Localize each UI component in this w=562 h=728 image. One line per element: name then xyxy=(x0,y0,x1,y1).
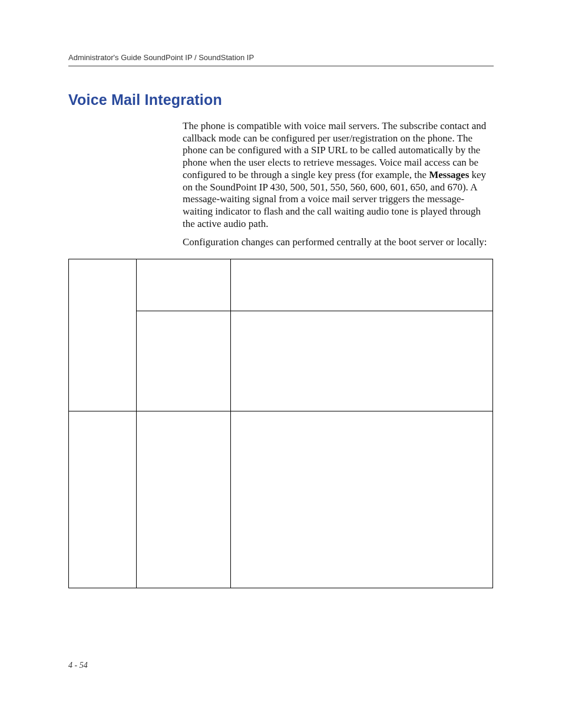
section-title: Voice Mail Integration xyxy=(68,91,494,108)
table-row xyxy=(69,411,493,588)
table-cell xyxy=(231,259,493,311)
table-cell xyxy=(69,411,137,588)
table-cell xyxy=(137,259,231,311)
page: Administrator's Guide SoundPoint IP / So… xyxy=(0,0,562,588)
table-cell xyxy=(231,311,493,411)
running-header: Administrator's Guide SoundPoint IP / So… xyxy=(68,53,494,67)
table-cell xyxy=(137,411,231,588)
page-number: 4 - 54 xyxy=(68,661,88,670)
table-cell xyxy=(231,411,493,588)
body-text-block: The phone is compatible with voice mail … xyxy=(183,120,494,248)
messages-key-bold: Messages xyxy=(429,169,469,180)
table-cell xyxy=(69,259,137,411)
config-table xyxy=(68,259,493,588)
paragraph-2: Configuration changes can performed cent… xyxy=(183,236,494,249)
table-cell xyxy=(137,311,231,411)
paragraph-1: The phone is compatible with voice mail … xyxy=(183,120,494,230)
table-row xyxy=(69,259,493,311)
